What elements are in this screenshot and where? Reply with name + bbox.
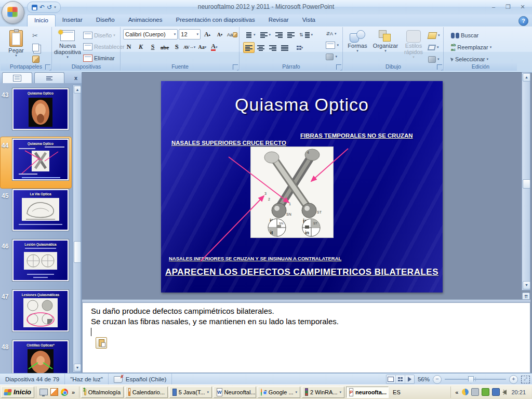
fit-to-window-button[interactable]: ⤢ bbox=[521, 376, 530, 383]
quick-launch-overflow-icon[interactable]: » bbox=[71, 389, 76, 395]
align-left-button[interactable] bbox=[243, 42, 255, 53]
dialog-launcher-icon[interactable] bbox=[233, 64, 238, 70]
tab-insertar[interactable]: Insertar bbox=[56, 15, 89, 26]
zoom-level[interactable]: 56% bbox=[418, 376, 430, 382]
layout-button[interactable]: Diseño▾ bbox=[82, 30, 126, 41]
restore-button[interactable]: ❐ bbox=[502, 2, 514, 12]
shape-fill-button[interactable]: ▾ bbox=[427, 30, 442, 41]
shrink-font-button[interactable]: A▾ bbox=[214, 29, 225, 40]
slide-workspace[interactable]: Quiasma Optico FIBRAS TEMPORALES NO SE C… bbox=[82, 72, 522, 300]
change-case-button[interactable]: Aa▾ bbox=[196, 42, 208, 52]
thumbnail-48[interactable]: 48 Cintillas Opticas* bbox=[0, 340, 73, 373]
thumbnail-44-selected[interactable]: 44 Quiasma Optico bbox=[0, 139, 73, 185]
task-oftalmologia[interactable]: Oftalmología bbox=[81, 387, 124, 398]
dialog-launcher-icon[interactable] bbox=[45, 64, 50, 70]
spell-check-status[interactable]: Español (Chile) bbox=[109, 374, 172, 385]
clear-formatting-button[interactable]: Aa bbox=[227, 29, 238, 40]
panel-close-button[interactable]: x bbox=[74, 75, 77, 81]
tab-diseno[interactable]: Diseño bbox=[89, 15, 122, 26]
start-button[interactable]: Inicio bbox=[1, 387, 34, 398]
zoom-out-button[interactable]: − bbox=[433, 375, 442, 384]
zoom-slider[interactable] bbox=[445, 379, 506, 380]
volume-tray-icon[interactable] bbox=[502, 390, 507, 395]
select-button[interactable]: Seleccionar▾ bbox=[449, 54, 516, 64]
task-winrar-group[interactable]: 2 WinRA...▾ bbox=[302, 387, 344, 398]
slideshow-button[interactable] bbox=[405, 375, 414, 383]
strikethrough-button[interactable]: abe bbox=[159, 42, 170, 52]
font-size-select[interactable]: 12▾ bbox=[179, 29, 201, 39]
scroll-thumb[interactable] bbox=[523, 179, 530, 189]
new-slide-button[interactable]: ✹ Nueva diapositiva ▾ bbox=[54, 28, 82, 62]
slide-vertical-scrollbar[interactable]: ▲ ▼ ⇈ ⇊ bbox=[522, 72, 530, 316]
help-button[interactable]: ? bbox=[518, 16, 528, 26]
close-button[interactable]: ✕ bbox=[516, 2, 529, 12]
tab-presentacion[interactable]: Presentación con diapositivas bbox=[169, 15, 262, 26]
dialog-launcher-icon[interactable] bbox=[336, 64, 341, 70]
theme-name[interactable]: "Haz de luz" bbox=[65, 374, 109, 385]
notes-pane[interactable]: Su daño produce defectos campimétricos b… bbox=[82, 302, 530, 373]
network-tray-icon[interactable] bbox=[492, 388, 500, 396]
thumbnail-47[interactable]: 47 Lesiones Quiasmáticas bbox=[0, 290, 73, 337]
italic-button[interactable]: K bbox=[135, 42, 147, 52]
tray-chevron-icon[interactable]: « bbox=[454, 389, 459, 395]
quick-launch-app-icon[interactable] bbox=[50, 388, 58, 396]
slide-canvas[interactable]: Quiasma Optico FIBRAS TEMPORALES NO SE C… bbox=[161, 81, 443, 292]
dialog-launcher-icon[interactable] bbox=[437, 64, 442, 70]
shape-effects-button[interactable]: ▾ bbox=[427, 54, 442, 64]
align-text-button[interactable]: ▾ bbox=[324, 40, 340, 50]
language-indicator[interactable]: ES bbox=[390, 389, 403, 395]
paste-options-button[interactable] bbox=[96, 337, 107, 349]
character-spacing-button[interactable]: AV↔▾ bbox=[183, 42, 196, 52]
task-calendario[interactable]: Calendario... bbox=[125, 387, 168, 398]
bullets-button[interactable]: ▾ bbox=[243, 30, 257, 40]
shadow-button[interactable]: S bbox=[171, 42, 182, 52]
tab-vista[interactable]: Vista bbox=[296, 15, 322, 26]
paste-button[interactable]: Pegar ▾ bbox=[2, 28, 31, 62]
font-color-button[interactable]: A▾ bbox=[208, 42, 220, 52]
reset-button[interactable]: Restablecer bbox=[82, 42, 126, 52]
show-desktop-icon[interactable] bbox=[39, 389, 48, 395]
thumbnail-46[interactable]: 46 Lesión Quiasmática bbox=[0, 240, 73, 286]
tab-outline[interactable] bbox=[34, 72, 64, 83]
tab-slides-thumbnails[interactable] bbox=[2, 72, 32, 83]
tab-animaciones[interactable]: Animaciones bbox=[122, 15, 169, 26]
minimize-button[interactable]: – bbox=[487, 2, 500, 12]
normal-view-button[interactable] bbox=[387, 375, 396, 383]
panel-scroll-thumb[interactable] bbox=[74, 241, 81, 263]
copy-button[interactable] bbox=[31, 42, 41, 52]
grow-font-button[interactable]: A▴ bbox=[202, 29, 213, 40]
columns-button[interactable]: ▾ bbox=[294, 42, 305, 53]
text-direction-button[interactable]: ⇵A▾ bbox=[324, 29, 340, 39]
align-center-button[interactable] bbox=[255, 42, 267, 53]
panel-scroll-up-icon[interactable]: ▲ bbox=[74, 86, 81, 94]
panel-scroll-down-icon[interactable]: ▼ bbox=[74, 364, 81, 371]
thumbnail-45[interactable]: 45 La Via Optica bbox=[0, 189, 73, 236]
tab-revisar[interactable]: Revisar bbox=[262, 15, 296, 26]
scroll-up-icon[interactable]: ▲ bbox=[523, 73, 530, 82]
smartart-button[interactable]: ▾ bbox=[324, 51, 340, 62]
zoom-slider-thumb[interactable] bbox=[468, 376, 474, 383]
task-neuroofta-powerpoint[interactable]: Pneuroofta... bbox=[346, 387, 389, 398]
cut-button[interactable]: ✂ bbox=[31, 30, 41, 41]
shape-outline-button[interactable]: ▾ bbox=[427, 42, 442, 52]
replace-button[interactable]: abacReemplazar▾ bbox=[449, 42, 516, 52]
font-name-select[interactable]: Calibri (Cuerpo)▾ bbox=[123, 29, 178, 39]
update-tray-icon[interactable] bbox=[462, 389, 469, 395]
increase-indent-button[interactable] bbox=[286, 30, 296, 40]
thumbnail-43[interactable]: 43 Quiasma Optico bbox=[0, 88, 73, 135]
task-neurooftal-word[interactable]: WNeurooftal... bbox=[214, 387, 256, 398]
panel-scrollbar[interactable]: ▲ ▼ bbox=[73, 85, 81, 373]
quick-styles-button[interactable]: Estilos rápidos▾ bbox=[401, 28, 427, 62]
line-spacing-button[interactable]: ⇅▾ bbox=[298, 30, 314, 40]
office-button[interactable] bbox=[2, 1, 24, 24]
find-button[interactable]: Buscar bbox=[449, 30, 516, 41]
format-painter-button[interactable] bbox=[31, 54, 41, 64]
display-tray-icon[interactable] bbox=[471, 388, 479, 396]
scroll-down-icon[interactable]: ▼ bbox=[523, 281, 530, 289]
slide-sorter-button[interactable] bbox=[396, 375, 405, 383]
bold-button[interactable]: N bbox=[123, 42, 135, 52]
numbering-button[interactable]: ▾ bbox=[259, 30, 273, 40]
justify-button[interactable] bbox=[279, 42, 290, 53]
delete-button[interactable]: Eliminar bbox=[82, 53, 126, 63]
power-tray-icon[interactable] bbox=[482, 388, 489, 396]
